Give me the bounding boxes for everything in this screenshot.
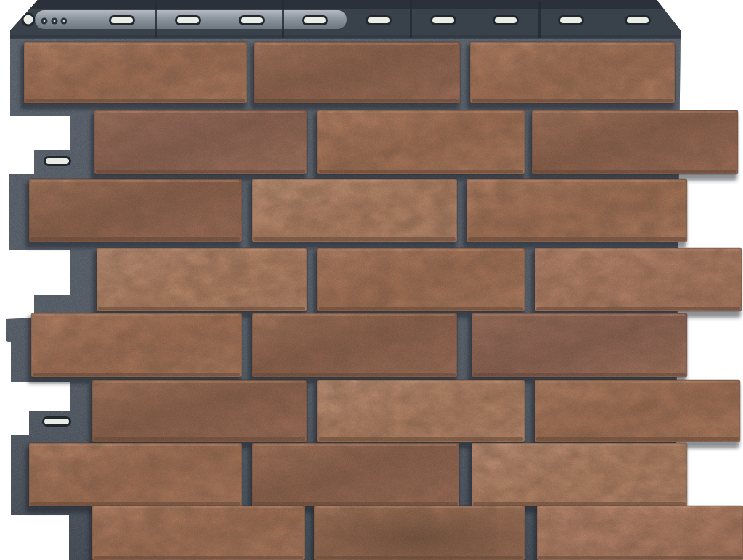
rivet-hole-center: [63, 20, 65, 22]
nail-slots: [109, 15, 651, 25]
nail-slot-opening: [111, 17, 133, 23]
nail-slot-opening: [627, 17, 649, 23]
nail-slot-opening: [495, 17, 517, 23]
strip-seam: [155, 1, 157, 38]
product-photo-brick-facade-panel: [0, 0, 743, 560]
nail-slot-opening: [560, 17, 582, 23]
strip-seam: [282, 1, 284, 38]
nail-slot-opening: [177, 17, 199, 23]
round-hole: [22, 14, 34, 25]
strip-seam: [538, 1, 541, 38]
brick-panel-illustration: [0, 0, 743, 560]
strip-seam: [410, 1, 412, 38]
brick-texture-overlay: [0, 0, 743, 560]
rivet-hole-center: [54, 20, 56, 22]
nail-slot-opening: [304, 17, 326, 23]
nailing-strip-bottom-shade: [0, 35, 686, 39]
nail-slot-opening: [46, 158, 69, 164]
nail-slot-opening: [368, 17, 390, 23]
nailing-strip-top-edge: [0, 0, 686, 9]
nail-slot-opening: [241, 17, 263, 23]
nail-slot-opening: [44, 419, 69, 424]
nailing-strip: [0, 0, 686, 39]
rivet-hole-center: [44, 20, 46, 22]
nail-slot-opening: [432, 17, 454, 23]
